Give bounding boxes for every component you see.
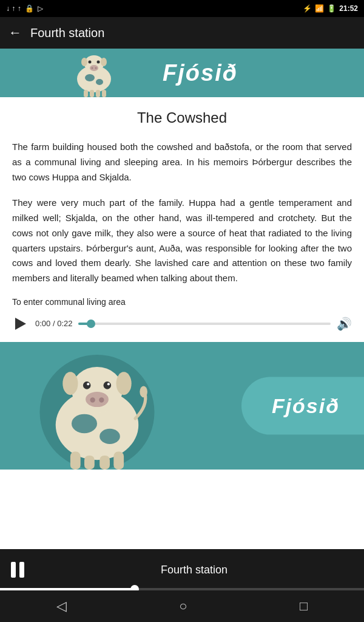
- svg-rect-13: [96, 90, 100, 97]
- lock-icon: 🔒: [25, 4, 34, 13]
- nav-back-icon[interactable]: ◁: [56, 598, 67, 614]
- svg-point-7: [92, 67, 93, 69]
- svg-rect-12: [90, 90, 94, 97]
- svg-rect-32: [113, 451, 124, 469]
- audio-progress-bar[interactable]: [78, 323, 331, 325]
- svg-point-28: [99, 429, 120, 444]
- bluetooth-icon: ⚡: [303, 4, 312, 13]
- svg-point-18: [62, 372, 78, 395]
- big-image-section: Fjósið: [0, 342, 364, 470]
- svg-rect-29: [70, 451, 81, 469]
- status-bar: ↓ ↑ ↑ 🔒 ▷ ⚡ 📶 🔋 21:52: [0, 0, 364, 17]
- svg-point-26: [99, 397, 104, 402]
- nav-home-icon[interactable]: ○: [179, 598, 187, 614]
- extra-icon: ▷: [38, 4, 43, 13]
- top-bar: ← Fourth station: [0, 17, 364, 49]
- pause-bar-left: [11, 562, 16, 578]
- clock: 21:52: [339, 4, 358, 13]
- volume-icon[interactable]: 🔊: [337, 316, 352, 331]
- wifi-icon: 📶: [315, 4, 324, 13]
- svg-point-27: [72, 414, 97, 433]
- status-icons-left: ↓ ↑ ↑ 🔒 ▷: [6, 4, 43, 13]
- back-button[interactable]: ←: [8, 25, 22, 41]
- article-paragraph-1: The farm building housed both the cowshe…: [12, 140, 352, 185]
- article-paragraph-2: They were very much part of the family. …: [12, 196, 352, 286]
- svg-point-24: [86, 392, 109, 407]
- svg-point-9: [85, 74, 95, 81]
- svg-point-6: [90, 65, 98, 71]
- article-title: The Cowshed: [12, 109, 352, 126]
- svg-point-10: [96, 79, 103, 85]
- bottom-player-title: Fourth station: [35, 564, 353, 576]
- play-triangle-icon: [15, 318, 26, 330]
- svg-rect-30: [84, 456, 95, 470]
- svg-point-19: [116, 372, 132, 395]
- svg-point-21: [104, 381, 112, 389]
- header-cow-image: [73, 49, 115, 97]
- nav-bar: ◁ ○ □: [0, 590, 364, 622]
- battery-icon: 🔋: [327, 4, 336, 13]
- svg-point-4: [89, 61, 92, 64]
- svg-point-20: [83, 381, 91, 389]
- svg-point-3: [101, 58, 107, 66]
- audio-label: To enter communal living area: [12, 297, 352, 307]
- audio-progress-thumb[interactable]: [87, 320, 95, 328]
- svg-rect-31: [99, 456, 110, 470]
- svg-point-33: [140, 386, 147, 397]
- big-cow-container: [24, 342, 170, 470]
- page-title: Fourth station: [30, 26, 104, 40]
- play-button[interactable]: [12, 315, 29, 332]
- pause-bar-right: [19, 562, 24, 578]
- svg-rect-14: [102, 90, 106, 97]
- status-icons-right: ⚡ 📶 🔋 21:52: [303, 4, 358, 13]
- big-cow-image: [30, 342, 164, 470]
- audio-player[interactable]: 0:00 / 0:22 🔊: [12, 312, 352, 342]
- audio-time-display: 0:00 / 0:22: [35, 319, 72, 328]
- notification-icons: ↓ ↑ ↑: [6, 4, 21, 13]
- pause-button[interactable]: [11, 562, 24, 578]
- svg-rect-11: [84, 90, 88, 97]
- big-image-badge: Fjósið: [241, 377, 364, 434]
- svg-point-25: [90, 397, 95, 402]
- svg-point-22: [87, 383, 89, 385]
- svg-point-2: [81, 58, 87, 66]
- svg-point-23: [107, 383, 110, 385]
- svg-point-8: [95, 67, 97, 69]
- bottom-player: Fourth station: [0, 549, 364, 590]
- banner-text: Fjósið: [163, 60, 238, 86]
- nav-recents-icon[interactable]: □: [300, 598, 308, 614]
- svg-point-5: [97, 61, 100, 64]
- article-content: The Cowshed The farm building housed bot…: [0, 97, 364, 342]
- header-banner: Fjósið: [0, 49, 364, 97]
